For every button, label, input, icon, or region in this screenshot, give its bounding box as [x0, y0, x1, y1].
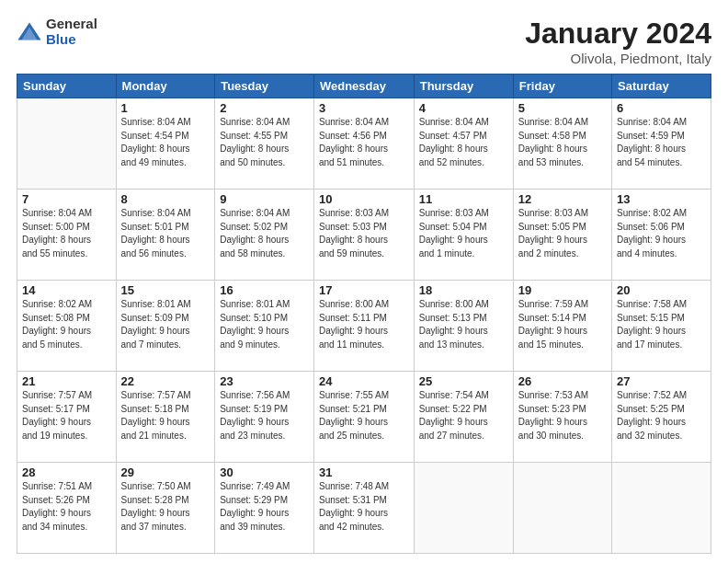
day-cell-12: 12Sunrise: 8:03 AM Sunset: 5:05 PM Dayli… — [513, 190, 611, 281]
weekday-header-thursday: Thursday — [414, 75, 513, 98]
empty-cell — [513, 463, 611, 554]
weekday-header-monday: Monday — [116, 75, 215, 98]
day-number: 13 — [617, 192, 706, 206]
day-cell-23: 23Sunrise: 7:56 AM Sunset: 5:19 PM Dayli… — [215, 372, 314, 463]
empty-cell — [612, 463, 711, 554]
day-cell-7: 7Sunrise: 8:04 AM Sunset: 5:00 PM Daylig… — [17, 190, 117, 281]
weekday-header-saturday: Saturday — [612, 75, 711, 98]
day-number: 10 — [319, 192, 409, 206]
day-info: Sunrise: 8:00 AM Sunset: 5:13 PM Dayligh… — [419, 298, 508, 351]
day-info: Sunrise: 8:04 AM Sunset: 4:58 PM Dayligh… — [518, 116, 607, 169]
logo-icon — [17, 19, 42, 45]
day-cell-24: 24Sunrise: 7:55 AM Sunset: 5:21 PM Dayli… — [313, 372, 414, 463]
day-number: 17 — [319, 283, 409, 297]
calendar: SundayMondayTuesdayWednesdayThursdayFrid… — [17, 74, 711, 554]
day-cell-17: 17Sunrise: 8:00 AM Sunset: 5:11 PM Dayli… — [313, 281, 414, 372]
day-info: Sunrise: 7:59 AM Sunset: 5:14 PM Dayligh… — [518, 298, 607, 351]
day-cell-26: 26Sunrise: 7:53 AM Sunset: 5:23 PM Dayli… — [513, 372, 611, 463]
day-number: 19 — [518, 283, 607, 297]
day-info: Sunrise: 7:49 AM Sunset: 5:29 PM Dayligh… — [220, 480, 309, 534]
day-cell-29: 29Sunrise: 7:50 AM Sunset: 5:28 PM Dayli… — [116, 463, 215, 554]
day-cell-21: 21Sunrise: 7:57 AM Sunset: 5:17 PM Dayli… — [17, 372, 117, 463]
day-number: 4 — [419, 101, 508, 115]
day-info: Sunrise: 8:04 AM Sunset: 4:59 PM Dayligh… — [617, 116, 706, 169]
day-cell-3: 3Sunrise: 8:04 AM Sunset: 4:56 PM Daylig… — [313, 98, 414, 190]
day-info: Sunrise: 8:04 AM Sunset: 4:55 PM Dayligh… — [220, 116, 309, 169]
day-cell-22: 22Sunrise: 7:57 AM Sunset: 5:18 PM Dayli… — [116, 372, 215, 463]
day-number: 9 — [220, 192, 309, 206]
day-info: Sunrise: 7:56 AM Sunset: 5:19 PM Dayligh… — [220, 389, 309, 442]
day-cell-31: 31Sunrise: 7:48 AM Sunset: 5:31 PM Dayli… — [313, 463, 414, 554]
day-info: Sunrise: 8:03 AM Sunset: 5:04 PM Dayligh… — [419, 207, 508, 260]
day-cell-10: 10Sunrise: 8:03 AM Sunset: 5:03 PM Dayli… — [313, 190, 414, 281]
day-info: Sunrise: 8:04 AM Sunset: 5:02 PM Dayligh… — [220, 207, 309, 260]
weekday-header-wednesday: Wednesday — [313, 75, 414, 98]
day-number: 8 — [121, 192, 210, 206]
day-info: Sunrise: 8:04 AM Sunset: 5:00 PM Dayligh… — [22, 207, 111, 260]
day-number: 11 — [419, 192, 508, 206]
empty-cell — [17, 98, 117, 190]
day-info: Sunrise: 8:02 AM Sunset: 5:06 PM Dayligh… — [617, 207, 706, 260]
day-number: 5 — [518, 101, 607, 115]
day-info: Sunrise: 8:04 AM Sunset: 4:57 PM Dayligh… — [419, 116, 508, 169]
day-info: Sunrise: 7:50 AM Sunset: 5:28 PM Dayligh… — [121, 480, 210, 534]
day-number: 3 — [319, 101, 409, 115]
header: General Blue January 2024 Olivola, Piedm… — [17, 17, 711, 66]
weekday-header-tuesday: Tuesday — [215, 75, 314, 98]
day-info: Sunrise: 8:04 AM Sunset: 5:01 PM Dayligh… — [121, 207, 210, 260]
day-number: 12 — [518, 192, 607, 206]
day-cell-2: 2Sunrise: 8:04 AM Sunset: 4:55 PM Daylig… — [215, 98, 314, 190]
day-info: Sunrise: 7:53 AM Sunset: 5:23 PM Dayligh… — [518, 389, 607, 442]
empty-cell — [414, 463, 513, 554]
day-number: 15 — [121, 283, 210, 297]
day-info: Sunrise: 8:03 AM Sunset: 5:03 PM Dayligh… — [319, 207, 409, 260]
day-number: 7 — [22, 192, 111, 206]
week-row-4: 21Sunrise: 7:57 AM Sunset: 5:17 PM Dayli… — [17, 372, 711, 463]
day-cell-11: 11Sunrise: 8:03 AM Sunset: 5:04 PM Dayli… — [414, 190, 513, 281]
day-info: Sunrise: 8:01 AM Sunset: 5:09 PM Dayligh… — [121, 298, 210, 351]
day-number: 28 — [22, 465, 111, 479]
logo-blue: Blue — [46, 32, 97, 48]
day-info: Sunrise: 8:04 AM Sunset: 4:56 PM Dayligh… — [319, 116, 409, 169]
day-info: Sunrise: 8:04 AM Sunset: 4:54 PM Dayligh… — [121, 116, 210, 169]
weekday-header-friday: Friday — [513, 75, 611, 98]
day-number: 14 — [22, 283, 111, 297]
day-number: 20 — [617, 283, 706, 297]
weekday-header-sunday: Sunday — [17, 75, 117, 98]
day-info: Sunrise: 7:54 AM Sunset: 5:22 PM Dayligh… — [419, 389, 508, 442]
day-cell-30: 30Sunrise: 7:49 AM Sunset: 5:29 PM Dayli… — [215, 463, 314, 554]
logo-text: General Blue — [46, 17, 97, 47]
day-cell-27: 27Sunrise: 7:52 AM Sunset: 5:25 PM Dayli… — [612, 372, 711, 463]
day-cell-6: 6Sunrise: 8:04 AM Sunset: 4:59 PM Daylig… — [612, 98, 711, 190]
logo-general: General — [46, 17, 97, 32]
title-section: January 2024 Olivola, Piedmont, Italy — [525, 17, 711, 66]
day-number: 26 — [518, 374, 607, 388]
day-info: Sunrise: 7:57 AM Sunset: 5:17 PM Dayligh… — [22, 389, 111, 442]
day-number: 1 — [121, 101, 210, 115]
day-number: 24 — [319, 374, 409, 388]
week-row-3: 14Sunrise: 8:02 AM Sunset: 5:08 PM Dayli… — [17, 281, 711, 372]
logo: General Blue — [17, 17, 97, 47]
day-number: 29 — [121, 465, 210, 479]
day-info: Sunrise: 7:48 AM Sunset: 5:31 PM Dayligh… — [319, 480, 409, 534]
day-cell-18: 18Sunrise: 8:00 AM Sunset: 5:13 PM Dayli… — [414, 281, 513, 372]
day-number: 23 — [220, 374, 309, 388]
day-info: Sunrise: 8:03 AM Sunset: 5:05 PM Dayligh… — [518, 207, 607, 260]
day-cell-4: 4Sunrise: 8:04 AM Sunset: 4:57 PM Daylig… — [414, 98, 513, 190]
day-info: Sunrise: 7:51 AM Sunset: 5:26 PM Dayligh… — [22, 480, 111, 534]
day-info: Sunrise: 7:55 AM Sunset: 5:21 PM Dayligh… — [319, 389, 409, 442]
day-info: Sunrise: 8:01 AM Sunset: 5:10 PM Dayligh… — [220, 298, 309, 351]
day-number: 21 — [22, 374, 111, 388]
day-cell-8: 8Sunrise: 8:04 AM Sunset: 5:01 PM Daylig… — [116, 190, 215, 281]
weekday-header-row: SundayMondayTuesdayWednesdayThursdayFrid… — [17, 75, 711, 98]
day-number: 2 — [220, 101, 309, 115]
day-cell-1: 1Sunrise: 8:04 AM Sunset: 4:54 PM Daylig… — [116, 98, 215, 190]
month-year: January 2024 — [525, 17, 711, 51]
day-number: 31 — [319, 465, 409, 479]
day-number: 18 — [419, 283, 508, 297]
week-row-2: 7Sunrise: 8:04 AM Sunset: 5:00 PM Daylig… — [17, 190, 711, 281]
day-cell-20: 20Sunrise: 7:58 AM Sunset: 5:15 PM Dayli… — [612, 281, 711, 372]
day-cell-5: 5Sunrise: 8:04 AM Sunset: 4:58 PM Daylig… — [513, 98, 611, 190]
location: Olivola, Piedmont, Italy — [525, 51, 711, 66]
day-info: Sunrise: 7:52 AM Sunset: 5:25 PM Dayligh… — [617, 389, 706, 442]
